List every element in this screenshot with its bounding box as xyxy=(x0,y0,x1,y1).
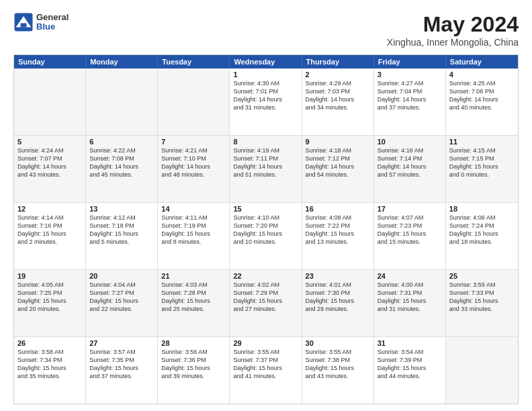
cal-header-sunday: Sunday xyxy=(14,55,86,68)
cal-header-thursday: Thursday xyxy=(302,55,374,68)
cal-week-1: 5Sunrise: 4:24 AM Sunset: 7:07 PM Daylig… xyxy=(14,135,518,202)
svg-rect-2 xyxy=(21,24,27,28)
day-number: 17 xyxy=(378,205,442,213)
cell-text: Sunrise: 4:29 AM Sunset: 7:03 PM Dayligh… xyxy=(306,79,370,112)
cal-cell: 27Sunrise: 3:57 AM Sunset: 7:35 PM Dayli… xyxy=(86,337,158,404)
cal-cell: 16Sunrise: 4:08 AM Sunset: 7:22 PM Dayli… xyxy=(302,203,374,269)
calendar: SundayMondayTuesdayWednesdayThursdayFrid… xyxy=(13,54,519,404)
cal-cell: 1Sunrise: 4:30 AM Sunset: 7:01 PM Daylig… xyxy=(230,68,302,135)
cal-cell: 17Sunrise: 4:07 AM Sunset: 7:23 PM Dayli… xyxy=(374,203,446,269)
header: General Blue May 2024 Xinghua, Inner Mon… xyxy=(13,12,519,48)
cal-week-4: 26Sunrise: 3:58 AM Sunset: 7:34 PM Dayli… xyxy=(14,336,518,404)
cal-cell: 18Sunrise: 4:06 AM Sunset: 7:24 PM Dayli… xyxy=(446,203,518,269)
calendar-header: SundayMondayTuesdayWednesdayThursdayFrid… xyxy=(14,55,518,68)
day-number: 19 xyxy=(17,272,82,280)
cal-cell: 22Sunrise: 4:02 AM Sunset: 7:29 PM Dayli… xyxy=(230,270,302,336)
cell-text: Sunrise: 3:56 AM Sunset: 7:36 PM Dayligh… xyxy=(161,348,226,381)
cal-cell: 6Sunrise: 4:22 AM Sunset: 7:08 PM Daylig… xyxy=(86,136,158,202)
cal-cell: 3Sunrise: 4:27 AM Sunset: 7:04 PM Daylig… xyxy=(374,68,446,135)
main-title: May 2024 xyxy=(387,12,519,37)
day-number: 25 xyxy=(449,272,515,280)
cell-text: Sunrise: 4:11 AM Sunset: 7:19 PM Dayligh… xyxy=(161,214,226,246)
logo-icon xyxy=(13,12,34,32)
cal-cell xyxy=(86,68,158,135)
cal-header-monday: Monday xyxy=(86,55,158,68)
subtitle: Xinghua, Inner Mongolia, China xyxy=(387,37,519,48)
cal-cell: 30Sunrise: 3:55 AM Sunset: 7:38 PM Dayli… xyxy=(302,337,374,404)
cal-cell: 15Sunrise: 4:10 AM Sunset: 7:20 PM Dayli… xyxy=(230,203,302,269)
cal-header-friday: Friday xyxy=(374,55,446,68)
logo-general-text: General xyxy=(36,13,69,22)
cal-cell: 29Sunrise: 3:55 AM Sunset: 7:37 PM Dayli… xyxy=(230,337,302,404)
day-number: 10 xyxy=(378,138,442,146)
cell-text: Sunrise: 4:05 AM Sunset: 7:25 PM Dayligh… xyxy=(17,281,82,314)
cal-cell: 21Sunrise: 4:03 AM Sunset: 7:28 PM Dayli… xyxy=(158,270,230,336)
day-number: 24 xyxy=(378,272,442,280)
cell-text: Sunrise: 4:16 AM Sunset: 7:14 PM Dayligh… xyxy=(378,146,442,179)
cal-cell: 14Sunrise: 4:11 AM Sunset: 7:19 PM Dayli… xyxy=(158,203,230,269)
cell-text: Sunrise: 4:14 AM Sunset: 7:16 PM Dayligh… xyxy=(17,214,82,246)
cal-cell: 31Sunrise: 3:54 AM Sunset: 7:39 PM Dayli… xyxy=(374,337,446,404)
cal-cell: 13Sunrise: 4:12 AM Sunset: 7:18 PM Dayli… xyxy=(86,203,158,269)
cell-text: Sunrise: 4:21 AM Sunset: 7:10 PM Dayligh… xyxy=(161,146,226,179)
cal-cell: 9Sunrise: 4:18 AM Sunset: 7:12 PM Daylig… xyxy=(302,136,374,202)
day-number: 20 xyxy=(89,272,154,280)
cell-text: Sunrise: 4:00 AM Sunset: 7:31 PM Dayligh… xyxy=(378,281,442,314)
day-number: 5 xyxy=(17,138,82,146)
page: General Blue May 2024 Xinghua, Inner Mon… xyxy=(0,0,532,411)
cell-text: Sunrise: 4:24 AM Sunset: 7:07 PM Dayligh… xyxy=(17,146,82,179)
cal-cell: 10Sunrise: 4:16 AM Sunset: 7:14 PM Dayli… xyxy=(374,136,446,202)
day-number: 15 xyxy=(233,205,298,213)
cal-cell: 19Sunrise: 4:05 AM Sunset: 7:25 PM Dayli… xyxy=(14,270,86,336)
cell-text: Sunrise: 3:55 AM Sunset: 7:38 PM Dayligh… xyxy=(306,348,370,381)
day-number: 1 xyxy=(233,71,298,79)
cal-cell: 7Sunrise: 4:21 AM Sunset: 7:10 PM Daylig… xyxy=(158,136,230,202)
cell-text: Sunrise: 4:18 AM Sunset: 7:12 PM Dayligh… xyxy=(306,146,370,179)
cal-header-wednesday: Wednesday xyxy=(230,55,302,68)
day-number: 21 xyxy=(161,272,226,280)
logo: General Blue xyxy=(13,12,69,32)
cal-cell: 12Sunrise: 4:14 AM Sunset: 7:16 PM Dayli… xyxy=(14,203,86,269)
day-number: 4 xyxy=(449,71,515,79)
cal-cell xyxy=(446,337,518,404)
day-number: 13 xyxy=(89,205,154,213)
cal-header-tuesday: Tuesday xyxy=(158,55,230,68)
cal-cell: 2Sunrise: 4:29 AM Sunset: 7:03 PM Daylig… xyxy=(302,68,374,135)
cell-text: Sunrise: 4:08 AM Sunset: 7:22 PM Dayligh… xyxy=(306,214,370,246)
cell-text: Sunrise: 4:03 AM Sunset: 7:28 PM Dayligh… xyxy=(161,281,226,314)
cell-text: Sunrise: 3:55 AM Sunset: 7:37 PM Dayligh… xyxy=(233,348,298,381)
cal-cell: 5Sunrise: 4:24 AM Sunset: 7:07 PM Daylig… xyxy=(14,136,86,202)
day-number: 14 xyxy=(161,205,226,213)
cal-week-2: 12Sunrise: 4:14 AM Sunset: 7:16 PM Dayli… xyxy=(14,202,518,269)
cal-cell xyxy=(14,68,86,135)
day-number: 28 xyxy=(161,339,226,347)
cell-text: Sunrise: 3:58 AM Sunset: 7:34 PM Dayligh… xyxy=(17,348,82,381)
day-number: 7 xyxy=(161,138,226,146)
cal-cell: 26Sunrise: 3:58 AM Sunset: 7:34 PM Dayli… xyxy=(14,337,86,404)
day-number: 22 xyxy=(233,272,298,280)
day-number: 11 xyxy=(449,138,515,146)
cal-cell: 20Sunrise: 4:04 AM Sunset: 7:27 PM Dayli… xyxy=(86,270,158,336)
title-block: May 2024 Xinghua, Inner Mongolia, China xyxy=(387,12,519,48)
cal-cell: 25Sunrise: 3:59 AM Sunset: 7:33 PM Dayli… xyxy=(446,270,518,336)
logo-text: General Blue xyxy=(36,13,69,32)
day-number: 9 xyxy=(306,138,370,146)
cell-text: Sunrise: 4:01 AM Sunset: 7:30 PM Dayligh… xyxy=(306,281,370,314)
cell-text: Sunrise: 3:54 AM Sunset: 7:39 PM Dayligh… xyxy=(378,348,442,381)
cell-text: Sunrise: 4:06 AM Sunset: 7:24 PM Dayligh… xyxy=(449,214,515,246)
cell-text: Sunrise: 3:59 AM Sunset: 7:33 PM Dayligh… xyxy=(449,281,515,314)
cal-cell: 24Sunrise: 4:00 AM Sunset: 7:31 PM Dayli… xyxy=(374,270,446,336)
logo-blue-text: Blue xyxy=(36,22,69,32)
cell-text: Sunrise: 4:07 AM Sunset: 7:23 PM Dayligh… xyxy=(378,214,442,246)
day-number: 6 xyxy=(89,138,154,146)
day-number: 23 xyxy=(306,272,370,280)
cell-text: Sunrise: 4:02 AM Sunset: 7:29 PM Dayligh… xyxy=(233,281,298,314)
day-number: 31 xyxy=(378,339,442,347)
cell-text: Sunrise: 4:04 AM Sunset: 7:27 PM Dayligh… xyxy=(89,281,154,314)
day-number: 29 xyxy=(233,339,298,347)
day-number: 12 xyxy=(17,205,82,213)
day-number: 26 xyxy=(17,339,82,347)
cell-text: Sunrise: 4:27 AM Sunset: 7:04 PM Dayligh… xyxy=(378,79,442,112)
cell-text: Sunrise: 4:15 AM Sunset: 7:15 PM Dayligh… xyxy=(449,146,515,179)
cal-cell: 8Sunrise: 4:19 AM Sunset: 7:11 PM Daylig… xyxy=(230,136,302,202)
